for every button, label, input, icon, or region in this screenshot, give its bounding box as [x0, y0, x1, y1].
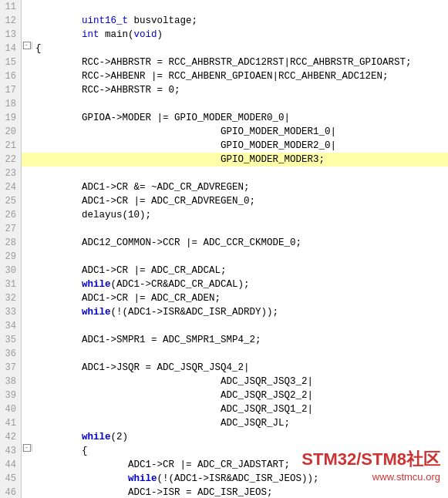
code-line: 28 ADC12_COMMON->CCR |= ADC_CCR_CKMODE_0… — [0, 236, 448, 250]
line-content: GPIO_MODER_MODER1_0| — [32, 125, 448, 139]
line-number: 33 — [0, 305, 22, 319]
watermark-title: STM32/STM8社区 — [301, 448, 440, 471]
line-number: 14 — [0, 42, 22, 56]
line-content: ADC_JSQR_JSQ1_2| — [32, 402, 448, 416]
code-line: 38 ADC_JSQR_JSQ3_2| — [0, 375, 448, 389]
line-number: 31 — [0, 278, 22, 291]
line-number: 39 — [0, 389, 22, 402]
line-content — [32, 97, 448, 111]
line-content: ADC1->CR |= ADC_CR_ADEN; — [32, 291, 448, 305]
line-content: while(2) — [32, 430, 448, 444]
line-number: 19 — [0, 111, 22, 125]
watermark: STM32/STM8社区 www.stmcu.org — [301, 448, 440, 483]
code-line: 32 ADC1->CR |= ADC_CR_ADEN; — [0, 291, 448, 305]
line-content: GPIO_MODER_MODER2_0| — [32, 139, 448, 153]
line-number: 13 — [0, 28, 22, 42]
line-content: RCC->AHBENR |= RCC_AHBENR_GPIOAEN|RCC_AH… — [32, 69, 448, 83]
code-line: 21 GPIO_MODER_MODER2_0| — [0, 139, 448, 153]
code-line: 23 — [0, 167, 448, 180]
line-content: ADC_JSQR_JL; — [32, 416, 448, 430]
line-number: 46 — [0, 486, 22, 498]
line-content: ADC_JSQR_JSQ3_2| — [32, 375, 448, 389]
line-content: int main(void) — [32, 28, 448, 42]
code-line: 26 delayus(10); — [0, 208, 448, 222]
line-content: RCC->AHBRSTR = 0; — [32, 83, 448, 97]
line-content: GPIOA->MODER |= GPIO_MODER_MODER0_0| — [32, 111, 448, 125]
code-line: 24 ADC1->CR &= ~ADC_CR_ADVREGEN; — [0, 180, 448, 194]
code-line: 22 GPIO_MODER_MODER3; — [0, 153, 448, 167]
line-content: ADC12_COMMON->CCR |= ADC_CCR_CKMODE_0; — [32, 236, 448, 250]
line-number: 44 — [0, 458, 22, 472]
line-content: while(ADC1->CR&ADC_CR_ADCAL); — [32, 278, 448, 291]
line-number: 26 — [0, 208, 22, 222]
line-content: ADC1->ISR = ADC_ISR_JEOS; — [32, 486, 448, 498]
code-line: 13 int main(void) — [0, 28, 448, 42]
line-content — [32, 0, 448, 14]
line-number: 11 — [0, 0, 22, 14]
line-fold[interactable]: - — [22, 42, 32, 49]
line-content: ADC1->JSQR = ADC_JSQR_JSQ4_2| — [32, 361, 448, 375]
line-content — [32, 319, 448, 333]
line-number: 24 — [0, 180, 22, 194]
line-number: 28 — [0, 236, 22, 250]
code-line: 15 RCC->AHBRSTR = RCC_AHBRSTR_ADC12RST|R… — [0, 56, 448, 69]
code-line: 11 — [0, 0, 448, 14]
code-line: 35 ADC1->SMPR1 = ADC_SMPR1_SMP4_2; — [0, 333, 448, 347]
code-line: 36 — [0, 347, 448, 361]
line-number: 15 — [0, 56, 22, 69]
line-content — [32, 222, 448, 236]
line-content: ADC1->CR &= ~ADC_CR_ADVREGEN; — [32, 180, 448, 194]
line-number: 29 — [0, 250, 22, 264]
code-line: 16 RCC->AHBENR |= RCC_AHBENR_GPIOAEN|RCC… — [0, 69, 448, 83]
line-number: 17 — [0, 83, 22, 97]
line-content: uint16_t busvoltage; — [32, 14, 448, 28]
code-line: 33 while(!(ADC1->ISR&ADC_ISR_ADRDY)); — [0, 305, 448, 319]
line-number: 30 — [0, 264, 22, 278]
code-line: 14-{ — [0, 42, 448, 56]
code-line: 34 — [0, 319, 448, 333]
line-content: GPIO_MODER_MODER3; — [32, 153, 448, 167]
code-line: 39 ADC_JSQR_JSQ2_2| — [0, 389, 448, 402]
code-line: 42 while(2) — [0, 430, 448, 444]
line-number: 22 — [0, 153, 22, 167]
line-number: 38 — [0, 375, 22, 389]
code-container: 11 12 uint16_t busvoltage;13 int main(vo… — [0, 0, 448, 498]
code-line: 41 ADC_JSQR_JL; — [0, 416, 448, 430]
line-content: ADC1->CR |= ADC_CR_ADCAL; — [32, 264, 448, 278]
fold-icon[interactable]: - — [23, 42, 31, 49]
line-content — [32, 167, 448, 180]
line-content: ADC_JSQR_JSQ2_2| — [32, 389, 448, 402]
line-number: 43 — [0, 444, 22, 458]
code-line: 37 ADC1->JSQR = ADC_JSQR_JSQ4_2| — [0, 361, 448, 375]
line-content: { — [32, 42, 448, 56]
line-number: 34 — [0, 319, 22, 333]
line-fold[interactable]: - — [22, 444, 32, 452]
code-line: 40 ADC_JSQR_JSQ1_2| — [0, 402, 448, 416]
line-number: 16 — [0, 69, 22, 83]
line-number: 41 — [0, 416, 22, 430]
code-line: 29 — [0, 250, 448, 264]
code-line: 17 RCC->AHBRSTR = 0; — [0, 83, 448, 97]
fold-icon[interactable]: - — [23, 444, 31, 452]
code-line: 18 — [0, 97, 448, 111]
line-content — [32, 250, 448, 264]
line-content — [32, 347, 448, 361]
line-number: 32 — [0, 291, 22, 305]
line-number: 25 — [0, 194, 22, 208]
line-content: while(!(ADC1->ISR&ADC_ISR_ADRDY)); — [32, 305, 448, 319]
code-line: 27 — [0, 222, 448, 236]
line-content: ADC1->CR |= ADC_CR_ADVREGEN_0; — [32, 194, 448, 208]
code-line: 30 ADC1->CR |= ADC_CR_ADCAL; — [0, 264, 448, 278]
code-line: 20 GPIO_MODER_MODER1_0| — [0, 125, 448, 139]
code-line: 31 while(ADC1->CR&ADC_CR_ADCAL); — [0, 278, 448, 291]
code-line: 12 uint16_t busvoltage; — [0, 14, 448, 28]
line-number: 27 — [0, 222, 22, 236]
code-area: 11 12 uint16_t busvoltage;13 int main(vo… — [0, 0, 448, 498]
code-line: 25 ADC1->CR |= ADC_CR_ADVREGEN_0; — [0, 194, 448, 208]
line-number: 23 — [0, 167, 22, 180]
line-number: 42 — [0, 430, 22, 444]
line-content: delayus(10); — [32, 208, 448, 222]
line-content: ADC1->SMPR1 = ADC_SMPR1_SMP4_2; — [32, 333, 448, 347]
line-number: 37 — [0, 361, 22, 375]
line-number: 36 — [0, 347, 22, 361]
